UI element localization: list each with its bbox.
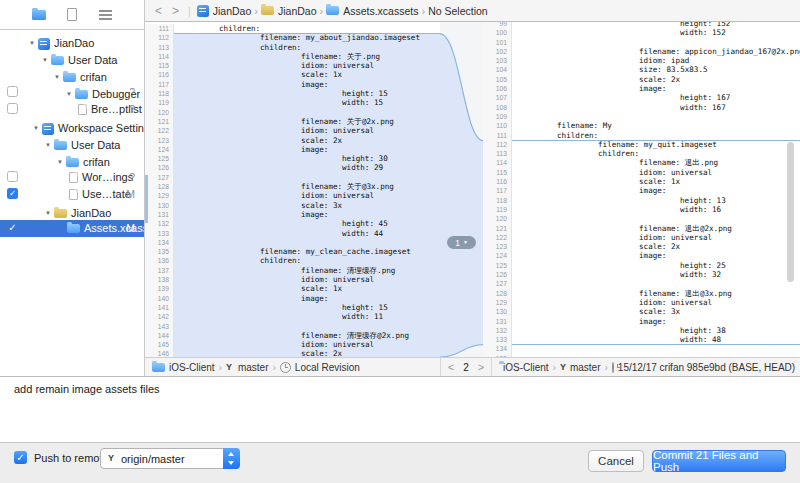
- folder-view-icon: [32, 10, 46, 20]
- list-view-button[interactable]: [96, 7, 114, 23]
- code-line: 121filename: 关于@2x.png: [145, 117, 440, 126]
- jumpbar-segment[interactable]: master: [238, 362, 269, 373]
- line-text: idiom: ipad: [512, 56, 800, 65]
- line-text: size: 83.5x83.5: [512, 65, 800, 74]
- code-line: 111children:: [145, 24, 440, 33]
- breadcrumb-separator: ›: [421, 5, 425, 17]
- code-line: 135: [483, 354, 800, 357]
- include-checkbox[interactable]: ✓: [7, 222, 18, 233]
- line-number: 101: [483, 38, 512, 47]
- include-checkbox[interactable]: [7, 103, 18, 114]
- sidebar-file-row[interactable]: ▼Workspace Settings: [0, 118, 144, 135]
- jumpbar-segment[interactable]: iOS-Client: [503, 362, 549, 373]
- sidebar-file-row[interactable]: ▼JianDao: [0, 33, 144, 50]
- include-checkbox[interactable]: [7, 86, 18, 97]
- folder-blue-icon: [63, 73, 76, 82]
- sidebar-file-row[interactable]: ▼User Data: [0, 50, 144, 67]
- file-name: Wor…ings: [82, 169, 133, 186]
- line-text: height: 167: [512, 93, 800, 102]
- include-checkbox[interactable]: ✓: [7, 188, 18, 199]
- sidebar-file-row[interactable]: Wor…ings?: [0, 169, 144, 186]
- line-number: 119: [145, 98, 174, 107]
- code-line: 119width: 16: [483, 205, 800, 214]
- line-number: 120: [483, 214, 512, 223]
- code-line: 104size: 83.5x83.5: [483, 65, 800, 74]
- line-number: 133: [145, 229, 174, 238]
- cancel-button[interactable]: Cancel: [588, 450, 644, 472]
- line-number: 107: [483, 93, 512, 102]
- sidebar-file-row[interactable]: ▼crifan: [0, 67, 144, 84]
- push-to-remote-checkbox[interactable]: ✓: [14, 451, 27, 464]
- file-icon: [69, 189, 78, 200]
- line-number: 135: [483, 354, 512, 357]
- line-text: children:: [512, 149, 800, 158]
- code-line: 111children:: [483, 131, 800, 140]
- line-number: 104: [483, 65, 512, 74]
- code-line: 131image:: [145, 210, 440, 219]
- line-number: 112: [483, 140, 512, 149]
- jumpbar-segment[interactable]: master: [570, 362, 601, 373]
- line-number: 103: [483, 56, 512, 65]
- line-text: idiom: universal: [512, 168, 800, 177]
- sidebar-file-row[interactable]: ✓Use…tateM: [0, 186, 144, 203]
- sidebar-file-row[interactable]: ▼Debugger?: [0, 84, 144, 101]
- folder-view-button[interactable]: [30, 7, 48, 23]
- line-text: scale: 2x: [174, 136, 440, 145]
- sidebar-file-row[interactable]: ▼crifan: [0, 152, 144, 169]
- remote-branch-select[interactable]: origin/master: [100, 448, 240, 469]
- sidebar-file-row[interactable]: ▼JianDao: [0, 203, 144, 220]
- code-line: 142width: 11: [145, 312, 440, 321]
- breadcrumb-label: JianDao: [278, 5, 317, 17]
- line-text: filename: my_clean_cache.imageset: [174, 247, 440, 256]
- branch-icon: [560, 363, 566, 372]
- diff-nav-counter: < 2 >: [440, 358, 492, 376]
- code-line: 133width: 44: [145, 229, 440, 238]
- breadcrumb-label: JianDao: [213, 5, 252, 17]
- line-number: 132: [483, 326, 512, 335]
- base-revision-jumpbar[interactable]: iOS-Client›master›15/12/17 crifan 985e9b…: [492, 358, 800, 376]
- line-text: height: 45: [174, 219, 440, 228]
- clock-icon: [280, 362, 291, 373]
- local-revision-jumpbar[interactable]: iOS-Client›master›Local Revision: [145, 358, 440, 376]
- code-line: 129idiom: universal: [483, 298, 800, 307]
- sidebar-file-row[interactable]: ✓Assets.xcassetsM: [0, 220, 144, 237]
- chevron-down-icon: ▼: [463, 240, 468, 245]
- file-name: Use…tate: [82, 186, 131, 203]
- line-text: scale: 2x: [512, 75, 800, 84]
- back-button[interactable]: <: [152, 4, 165, 18]
- forward-button[interactable]: >: [169, 4, 182, 18]
- local-revision-pane[interactable]: 111children:112filename: my_about_jianda…: [145, 22, 440, 357]
- sidebar-file-row[interactable]: ▼User Data: [0, 135, 144, 152]
- breadcrumb-item[interactable]: No Selection: [428, 5, 488, 17]
- select-stepper-icon: [223, 448, 240, 469]
- line-number: 123: [483, 242, 512, 251]
- line-text: height: 15: [174, 89, 440, 98]
- breadcrumb-item[interactable]: JianDao: [197, 5, 252, 17]
- jumpbar-segment[interactable]: 15/12/17 crifan 985e9bd (BASE, HEAD): [618, 362, 795, 373]
- file-view-button[interactable]: [63, 7, 81, 23]
- file-view-icon: [67, 8, 77, 21]
- breadcrumb-item[interactable]: Assets.xcassets: [326, 5, 418, 17]
- sidebar-file-row[interactable]: Bre…ptlist?: [0, 101, 144, 118]
- next-change-button[interactable]: >: [478, 361, 484, 373]
- jumpbar-segment[interactable]: iOS-Client: [169, 362, 215, 373]
- line-number: 111: [145, 24, 174, 33]
- line-number: 129: [145, 191, 174, 200]
- breadcrumb-item[interactable]: JianDao: [261, 5, 317, 17]
- base-revision-pane[interactable]: 99height: 152100width: 152101102filename…: [483, 22, 800, 357]
- line-number: 116: [483, 177, 512, 186]
- line-number: 117: [483, 186, 512, 195]
- folder-yellow-icon: [261, 6, 274, 15]
- commit-and-push-button[interactable]: Commit 21 Files and Push: [652, 450, 786, 472]
- branch-icon: [226, 363, 234, 372]
- line-number: 116: [145, 70, 174, 79]
- line-number: 144: [145, 331, 174, 340]
- line-number: 109: [483, 112, 512, 121]
- scrollbar-thumb[interactable]: [787, 142, 794, 282]
- change-count-badge[interactable]: 1 ▼: [447, 236, 476, 249]
- line-text: idiom: universal: [512, 233, 800, 242]
- prev-change-button[interactable]: <: [448, 361, 454, 373]
- commit-message-input[interactable]: add remain image assets files: [0, 376, 800, 443]
- include-checkbox[interactable]: [7, 171, 18, 182]
- jumpbar-segment[interactable]: Local Revision: [295, 362, 360, 373]
